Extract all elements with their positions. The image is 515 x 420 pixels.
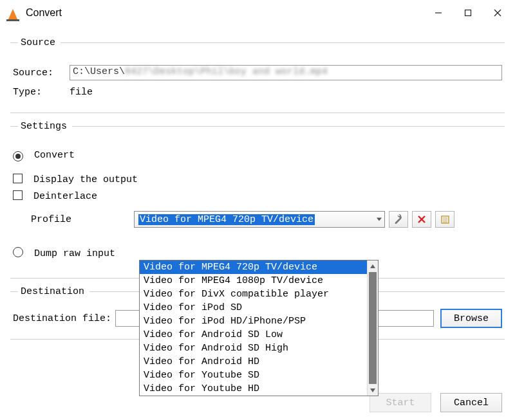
- scroll-up-icon[interactable]: [368, 260, 379, 271]
- profile-option[interactable]: Video for Youtube HD: [140, 382, 378, 396]
- profile-option[interactable]: Video for Youtube SD: [140, 369, 378, 382]
- close-button[interactable]: [483, 3, 512, 23]
- source-legend: Source: [18, 37, 61, 48]
- delete-x-icon: [417, 215, 426, 224]
- radio-icon: [13, 151, 23, 161]
- source-path-obscured: 0427\Desktop\Phil\boy and world.mp4: [125, 66, 328, 77]
- checkbox-icon: [13, 174, 23, 183]
- convert-label: Convert: [34, 150, 75, 161]
- destination-legend: Destination: [18, 286, 89, 297]
- new-file-icon: [440, 215, 450, 224]
- start-button[interactable]: Start: [370, 393, 431, 412]
- new-profile-button[interactable]: [435, 211, 454, 228]
- source-label: Source:: [13, 68, 70, 78]
- dump-raw-label: Dump raw input: [34, 248, 115, 259]
- dump-raw-radio-row[interactable]: Dump raw input: [13, 246, 502, 259]
- destination-file-label: Destination file:: [13, 313, 111, 324]
- chevron-down-icon: [377, 218, 382, 221]
- profile-option[interactable]: Video for Android HD: [140, 355, 378, 369]
- settings-group: Settings Convert Display the output Dein…: [10, 121, 505, 276]
- svg-rect-1: [465, 10, 471, 16]
- profile-label: Profile: [31, 214, 134, 225]
- checkbox-icon: [13, 190, 23, 200]
- scroll-down-icon[interactable]: [368, 385, 379, 396]
- maximize-button[interactable]: [453, 3, 483, 23]
- svg-marker-11: [370, 388, 375, 392]
- radio-icon: [13, 247, 23, 257]
- minimize-button[interactable]: [424, 3, 453, 23]
- window-title: Convert: [26, 7, 62, 19]
- deinterlace-label: Deinterlace: [33, 191, 97, 202]
- profile-option[interactable]: Video for DivX compatible player: [140, 288, 378, 301]
- profile-selected-text: Video for MPEG4 720p TV/device: [138, 214, 315, 225]
- profile-option[interactable]: Video for iPod HD/iPhone/PSP: [140, 315, 378, 328]
- profile-combobox[interactable]: Video for MPEG4 720p TV/device: [134, 211, 385, 228]
- profile-option[interactable]: Video for Android SD Low: [140, 328, 378, 342]
- settings-legend: Settings: [18, 121, 72, 132]
- dialog-footer: Start Cancel: [370, 393, 502, 412]
- profile-dropdown-list[interactable]: Video for MPEG4 720p TV/deviceVideo for …: [139, 260, 379, 396]
- source-path-field[interactable]: C:\Users\0427\Desktop\Phil\boy and world…: [70, 65, 502, 80]
- svg-marker-10: [370, 264, 375, 268]
- type-label: Type:: [13, 87, 70, 98]
- edit-profile-button[interactable]: [389, 211, 408, 228]
- display-output-checkbox[interactable]: Display the output: [13, 172, 502, 185]
- browse-button[interactable]: Browse: [440, 309, 502, 328]
- dropdown-scrollbar[interactable]: [367, 260, 378, 396]
- source-group: Source Source: C:\Users\0427\Desktop\Phi…: [10, 37, 505, 111]
- titlebar: Convert: [0, 0, 515, 26]
- convert-radio-row[interactable]: Convert: [13, 150, 502, 161]
- delete-profile-button[interactable]: [412, 211, 431, 228]
- wrench-icon: [393, 214, 404, 224]
- vlc-cone-icon: [5, 5, 21, 21]
- display-output-label: Display the output: [33, 174, 138, 185]
- profile-option[interactable]: Video for iPod SD: [140, 301, 378, 315]
- scrollbar-thumb[interactable]: [369, 272, 377, 384]
- profile-option[interactable]: Video for MPEG4 1080p TV/device: [140, 274, 378, 288]
- source-path-visible: C:\Users\: [73, 66, 125, 77]
- type-value: file: [70, 87, 93, 98]
- profile-option[interactable]: Video for MPEG4 720p TV/device: [140, 260, 378, 274]
- cancel-button[interactable]: Cancel: [440, 393, 502, 412]
- deinterlace-checkbox[interactable]: Deinterlace: [13, 189, 502, 202]
- profile-option[interactable]: Video for Android SD High: [140, 342, 378, 355]
